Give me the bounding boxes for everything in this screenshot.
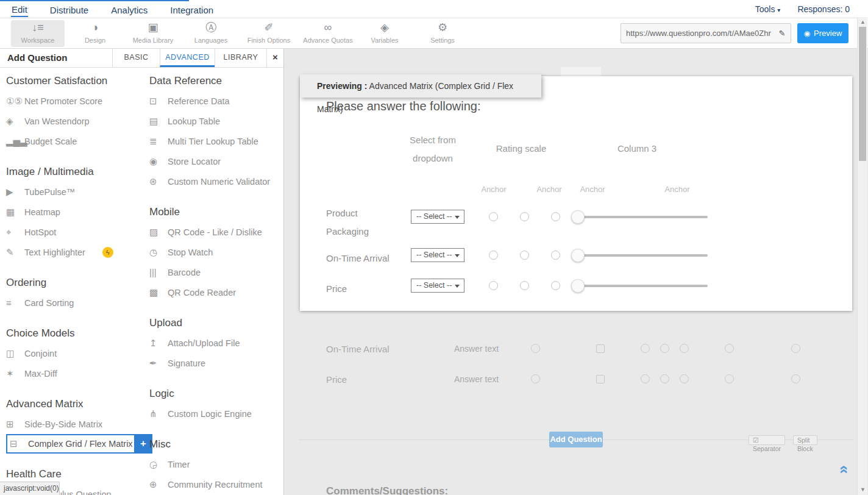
question-type-max-diff[interactable]: ✶Max-Diff bbox=[6, 363, 145, 383]
toolbar-item-languages[interactable]: ⒶLanguages bbox=[177, 20, 244, 47]
question-type-label: Budget Scale bbox=[24, 137, 77, 146]
question-type-conjoint[interactable]: ◫Conjoint bbox=[6, 343, 145, 363]
question-type-stop-watch[interactable]: ◷Stop Watch bbox=[149, 242, 282, 262]
toolbar-item-finish-options[interactable]: ✐Finish Options bbox=[235, 20, 302, 47]
question-type-multi-tier-lookup-table[interactable]: ≣Multi Tier Lookup Table bbox=[149, 131, 282, 151]
bg-radio-button[interactable] bbox=[531, 374, 540, 383]
question-type-card-sorting[interactable]: ≡Card Sorting bbox=[6, 293, 145, 313]
select-dropdown[interactable]: -- Select -- bbox=[411, 210, 464, 224]
question-type-hotspot[interactable]: ⌖HotSpot bbox=[6, 222, 145, 242]
question-type-community-recruitment[interactable]: ⊕Community Recruitment bbox=[149, 474, 282, 494]
bg-radio-button[interactable] bbox=[641, 344, 650, 353]
toolbar-item-label: Design bbox=[62, 36, 129, 45]
bg-radio-button[interactable] bbox=[791, 344, 800, 353]
split-block-button[interactable]: Split Block bbox=[793, 435, 817, 445]
nav-tab-analytics[interactable]: Analytics bbox=[110, 2, 148, 16]
question-type-qr-code-reader[interactable]: ▩QR Code Reader bbox=[149, 282, 282, 302]
question-type-complex-grid-flex-matrix[interactable]: ⊟Complex Grid / Flex Matrix+ bbox=[6, 434, 135, 454]
question-type-heatmap[interactable]: ▦Heatmap bbox=[6, 202, 145, 222]
bg-checkbox[interactable] bbox=[596, 375, 605, 383]
survey-url-value[interactable]: https://www.questionpro.com/t/AMae0Zhr bbox=[621, 29, 774, 38]
slider-track[interactable] bbox=[573, 254, 708, 257]
preview-button[interactable]: ◉ Preview bbox=[797, 23, 848, 43]
toolbar-item-media-library[interactable]: ▣Media Library bbox=[119, 20, 187, 47]
toolbar-item-variables[interactable]: ◈Variables bbox=[351, 20, 418, 47]
add-question-button[interactable]: Add Question bbox=[549, 432, 603, 447]
checkbox-icon: ☑ bbox=[753, 436, 758, 444]
toolbar-item-workspace[interactable]: ↓≡Workspace bbox=[11, 20, 65, 47]
responses-count[interactable]: Responses: 0 bbox=[797, 4, 850, 14]
bg-radio-button[interactable] bbox=[641, 374, 650, 383]
languages-icon: Ⓐ bbox=[177, 20, 244, 35]
map-pin-icon: ◉ bbox=[149, 156, 168, 167]
nav-tab-integration[interactable]: Integration bbox=[169, 2, 214, 16]
reference-data-icon: ⊡ bbox=[149, 96, 168, 107]
question-type-label: Conjoint bbox=[24, 349, 57, 358]
vertical-scrollbar[interactable]: ▲ ▼ bbox=[857, 17, 867, 495]
slider-handle[interactable] bbox=[571, 210, 585, 224]
tab-library[interactable]: LIBRARY bbox=[215, 49, 266, 67]
scrollbar-thumb[interactable] bbox=[859, 27, 866, 161]
question-type-net-promoter-score[interactable]: ①⑤Net Promoter Score bbox=[6, 91, 145, 111]
rating-radio-button[interactable] bbox=[489, 251, 498, 260]
rating-radio-button[interactable] bbox=[520, 212, 529, 221]
price-tag-icon: ◈ bbox=[6, 116, 24, 127]
scrollbar-down-arrow-icon[interactable]: ▼ bbox=[858, 486, 868, 493]
tab-basic[interactable]: BASIC bbox=[112, 49, 160, 67]
select-dropdown[interactable]: -- Select -- bbox=[411, 248, 464, 262]
hotspot-target-icon: ⌖ bbox=[6, 227, 24, 238]
tab-advanced[interactable]: ADVANCED bbox=[160, 49, 215, 67]
separator-button[interactable]: ☑ Separator bbox=[749, 435, 785, 445]
slider-handle[interactable] bbox=[571, 279, 585, 293]
toolbar-item-design[interactable]: ◑Design bbox=[62, 20, 129, 47]
rating-radio-button[interactable] bbox=[489, 212, 498, 221]
edit-url-pencil-icon[interactable]: ✎ bbox=[774, 29, 791, 38]
question-type-budget-scale[interactable]: ▂▅▃Budget Scale bbox=[6, 131, 145, 151]
nav-tab-distribute[interactable]: Distribute bbox=[49, 2, 89, 16]
stopwatch-icon: ◷ bbox=[149, 247, 168, 258]
bg-radio-button[interactable] bbox=[680, 344, 689, 353]
select-dropdown[interactable]: -- Select -- bbox=[411, 279, 464, 293]
survey-url-field[interactable]: https://www.questionpro.com/t/AMae0Zhr ✎ bbox=[621, 23, 791, 43]
question-type-attach-upload-file[interactable]: ↥Attach/Upload File bbox=[149, 333, 282, 353]
question-type-custom-numeric-validator[interactable]: ⊛Custom Numeric Validator bbox=[149, 171, 282, 191]
question-type-tubepulse[interactable]: ▶TubePulse™ bbox=[6, 182, 145, 202]
rating-radio-button[interactable] bbox=[551, 251, 560, 260]
rating-radio-button[interactable] bbox=[520, 251, 529, 260]
bg-radio-button[interactable] bbox=[531, 344, 540, 353]
question-type-barcode[interactable]: |||Barcode bbox=[149, 262, 282, 282]
slider-handle[interactable] bbox=[571, 249, 585, 262]
section-upload: Upload↥Attach/Upload File✒Signature bbox=[149, 317, 282, 373]
scrollbar-up-arrow-icon[interactable]: ▲ bbox=[858, 19, 868, 25]
tools-dropdown[interactable]: Tools ▾ bbox=[755, 4, 781, 14]
question-type-reference-data[interactable]: ⊡Reference Data bbox=[149, 91, 282, 111]
rating-radio-button[interactable] bbox=[551, 281, 560, 290]
multi-tier-lookup-icon: ≣ bbox=[149, 136, 168, 147]
rating-radio-button[interactable] bbox=[489, 281, 498, 290]
rating-radio-button[interactable] bbox=[520, 281, 529, 290]
slider-track[interactable] bbox=[573, 216, 708, 218]
nav-tabs: EditDistributeAnalyticsIntegration bbox=[11, 0, 214, 18]
question-type-custom-logic-engine[interactable]: ⋔Custom Logic Engine bbox=[149, 404, 282, 424]
bg-radio-button[interactable] bbox=[660, 374, 669, 383]
bg-checkbox[interactable] bbox=[596, 344, 605, 353]
bg-radio-button[interactable] bbox=[791, 374, 800, 383]
nav-tab-edit[interactable]: Edit bbox=[11, 2, 28, 17]
toolbar-item-settings[interactable]: ⚙Settings bbox=[409, 20, 476, 47]
bg-radio-button[interactable] bbox=[660, 344, 669, 353]
question-type-store-locator[interactable]: ◉Store Locator bbox=[149, 151, 282, 171]
rating-radio-button[interactable] bbox=[551, 212, 560, 221]
question-type-timer[interactable]: ◶Timer bbox=[149, 454, 282, 474]
slider-track[interactable] bbox=[573, 285, 708, 287]
scroll-to-top-icon[interactable]: « bbox=[836, 465, 854, 483]
question-type-side-by-side-matrix[interactable]: ⊞Side-By-Side Matrix bbox=[6, 414, 145, 434]
question-type-signature[interactable]: ✒Signature bbox=[149, 353, 282, 373]
question-type-lookup-table[interactable]: ▤Lookup Table bbox=[149, 111, 282, 131]
close-icon[interactable]: × bbox=[266, 49, 283, 67]
bg-radio-button[interactable] bbox=[680, 374, 689, 383]
bg-radio-button[interactable] bbox=[725, 344, 734, 353]
bg-radio-button[interactable] bbox=[725, 374, 734, 383]
question-type-text-highlighter[interactable]: ✎Text Highlighterϟ bbox=[6, 242, 145, 262]
question-type-qr-code-like-dislike[interactable]: ▨QR Code - Like / Dislike bbox=[149, 222, 282, 242]
question-type-van-westendorp[interactable]: ◈Van Westendorp bbox=[6, 111, 145, 131]
